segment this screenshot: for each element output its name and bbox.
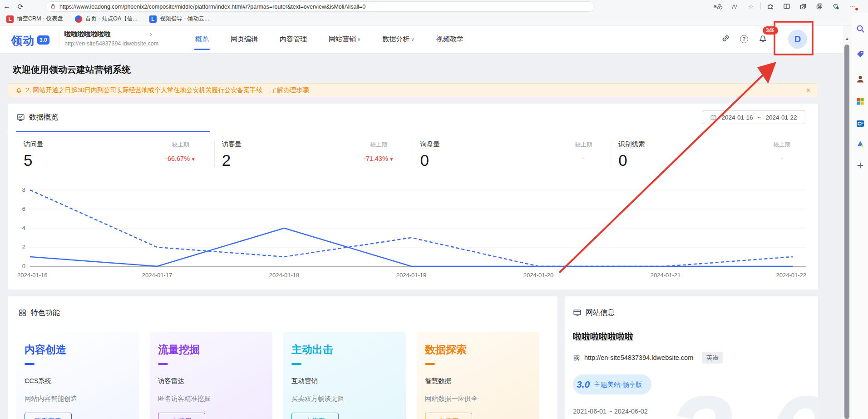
qr-icon: [573, 354, 580, 361]
chevron-right-icon[interactable]: ›: [150, 30, 152, 38]
profile-icon[interactable]: [855, 74, 865, 84]
nav-item-4[interactable]: 数据分析∨: [382, 25, 414, 53]
banner-text: 2. 网站开通之日起30日内到公司实际经营地或个人常住地公安机关履行公安备案手续: [26, 86, 262, 95]
address-bar[interactable]: https://www.leadong.com/phoenix2/composi…: [45, 1, 595, 12]
svg-text:2024-01-17: 2024-01-17: [142, 272, 173, 279]
banner-link[interactable]: 了解办理步骤: [271, 86, 309, 95]
compare-label: 较上期: [774, 141, 791, 149]
compare-label: 较上期: [575, 141, 592, 149]
nav-item-5[interactable]: 视频教学: [436, 25, 464, 53]
add-sidebar-icon[interactable]: [855, 160, 865, 170]
svg-text:2024-01-20: 2024-01-20: [523, 272, 554, 279]
favorite-star-icon[interactable]: ☆: [744, 1, 758, 12]
scrollbar-up-arrow[interactable]: ▲: [843, 36, 852, 41]
back-icon[interactable]: ←: [0, 2, 14, 10]
calendar-icon: [710, 114, 717, 121]
shopping-tag-icon[interactable]: [855, 49, 865, 59]
oa-compass-favicon: [75, 15, 82, 23]
settings-menu-icon[interactable]: ⋯: [845, 1, 859, 12]
site-info-url[interactable]: http://en-site54837394.ldwebsite.com: [584, 354, 693, 361]
stat-compare: 较上期-71.43% ▼: [364, 141, 394, 162]
microsoft-365-icon[interactable]: [855, 96, 865, 106]
stat-cell-2[interactable]: 询盘量0较上期-: [413, 133, 612, 175]
read-aloud-icon[interactable]: Aᵗ: [728, 1, 741, 12]
browser-essentials-icon[interactable]: [829, 1, 843, 12]
notification-count-badge: 349: [763, 26, 778, 35]
divider: [778, 31, 778, 47]
wukong-crm-favicon: L: [6, 15, 14, 23]
bookmarks-bar: L悟空CRM - 仪表盘首页 - 焦点OA【信...L视频指导 - 领动云...: [0, 13, 852, 25]
feature-action-button[interactable]: 去使用: [291, 413, 339, 419]
title-underline: [25, 363, 35, 365]
edge-sidebar: [852, 13, 868, 419]
language-tag: 英语: [702, 352, 723, 364]
compare-label: 较上期: [364, 141, 394, 149]
add-tab-group-icon[interactable]: [813, 1, 826, 12]
nav-item-label: 网页编辑: [231, 35, 258, 44]
feature-line1: 访客雷达: [158, 377, 264, 385]
extensions-icon[interactable]: [764, 1, 777, 12]
bookmark-label: 悟空CRM - 仪表盘: [17, 15, 63, 23]
search-icon[interactable]: [855, 24, 865, 34]
svg-text:2024-01-22: 2024-01-22: [776, 272, 807, 279]
refresh-icon[interactable]: ⟳: [14, 2, 27, 11]
features-card-header: 特色功能: [18, 308, 60, 318]
collections-icon[interactable]: [796, 1, 810, 12]
feature-line2: 网站内容智能创造: [25, 394, 131, 403]
feature-line2: 网站数据一应俱全: [425, 394, 531, 403]
notice-banner: 2. 网站开通之日起30日内到公司实际经营地或个人常住地公安机关履行公安备案手续…: [8, 83, 818, 97]
stat-cell-0[interactable]: 访问量5较上期-66.67% ▼: [16, 133, 215, 175]
feature-action-button[interactable]: 去使用: [158, 413, 205, 419]
feature-card-1: 流量挖掘访客雷达匿名访客精准挖掘去使用: [150, 332, 272, 419]
bookmark-item[interactable]: L悟空CRM - 仪表盘: [6, 15, 63, 23]
close-icon[interactable]: ×: [806, 86, 810, 95]
stats-row: 访问量5较上期-66.67% ▼访客量2较上期-71.43% ▼询盘量0较上期-…: [16, 133, 809, 175]
compare-change: -66.67% ▼: [165, 155, 196, 162]
feature-cards: 内容创造CCS系统网站内容智能创造联系客服流量挖掘访客雷达匿名访客精准挖掘去使用…: [16, 332, 539, 419]
avatar[interactable]: D: [788, 30, 807, 49]
translate-icon[interactable]: aあ: [711, 1, 725, 12]
nav-item-0[interactable]: 概览: [195, 25, 209, 53]
feature-action-button[interactable]: 去使用: [425, 413, 472, 419]
nav-item-2[interactable]: 内容管理: [280, 25, 307, 53]
share-link-icon[interactable]: [721, 34, 730, 45]
feature-card-0: 内容创造CCS系统网站内容智能创造联系客服: [16, 332, 139, 419]
svg-text:4: 4: [22, 224, 25, 231]
stat-compare: 较上期-: [575, 141, 592, 162]
help-icon[interactable]: ?: [740, 35, 748, 43]
nav-item-label: 视频教学: [436, 35, 464, 44]
date-end: 2024-01-22: [765, 114, 797, 121]
bookmark-item[interactable]: 首页 - 焦点OA【信...: [75, 15, 138, 23]
site-info-url-row: http://en-site54837394.ldwebsite.com 英语: [573, 352, 723, 364]
nav-item-1[interactable]: 网页编辑: [231, 25, 258, 53]
feature-card-3: 数据探索智慧数据网站数据一应俱全去使用: [417, 332, 539, 419]
drop-icon[interactable]: [855, 139, 865, 149]
bookmark-item[interactable]: L视频指导 - 领动云...: [149, 15, 209, 23]
svg-text:2024-01-19: 2024-01-19: [396, 272, 427, 279]
stat-compare: 较上期-: [774, 141, 791, 162]
divider: [59, 31, 59, 47]
date-range-picker[interactable]: 2024-01-16 ~ 2024-01-22: [702, 110, 805, 124]
split-screen-icon[interactable]: [780, 1, 794, 12]
url-text: https://www.leadong.com/phoenix2/composi…: [59, 4, 365, 10]
plan-period: 2021-06-01 ~ 2024-06-02: [573, 408, 648, 415]
title-underline: [291, 363, 301, 365]
svg-text:2: 2: [22, 244, 25, 250]
scrollbar-thumb[interactable]: [844, 45, 849, 419]
app-header: 领动 3.0 啦啦啦啦啦啦啦 › http://en-site54837394.…: [0, 25, 843, 53]
stat-cell-3[interactable]: 识别线索0较上期-: [611, 133, 809, 175]
feature-action-button[interactable]: 联系客服: [25, 413, 72, 419]
nav-item-label: 网站营销: [329, 35, 356, 44]
notification-red-dot: [855, 7, 858, 11]
plan-badge[interactable]: 3.0 主题美站·畅享版: [573, 374, 651, 394]
outlook-icon[interactable]: [855, 119, 865, 129]
nav-item-label: 内容管理: [280, 35, 307, 44]
page-scrollbar[interactable]: ▲: [843, 25, 852, 419]
plan-logo-3-0: 3.0: [577, 379, 590, 390]
nav-item-3[interactable]: 网站营销∨: [329, 25, 360, 53]
leadong-favicon: L: [149, 15, 157, 23]
notification-bell-icon[interactable]: 349: [758, 34, 768, 45]
feature-title: 流量挖掘: [158, 343, 264, 357]
feature-title: 内容创造: [25, 343, 131, 357]
stat-cell-1[interactable]: 访客量2较上期-71.43% ▼: [215, 133, 413, 175]
